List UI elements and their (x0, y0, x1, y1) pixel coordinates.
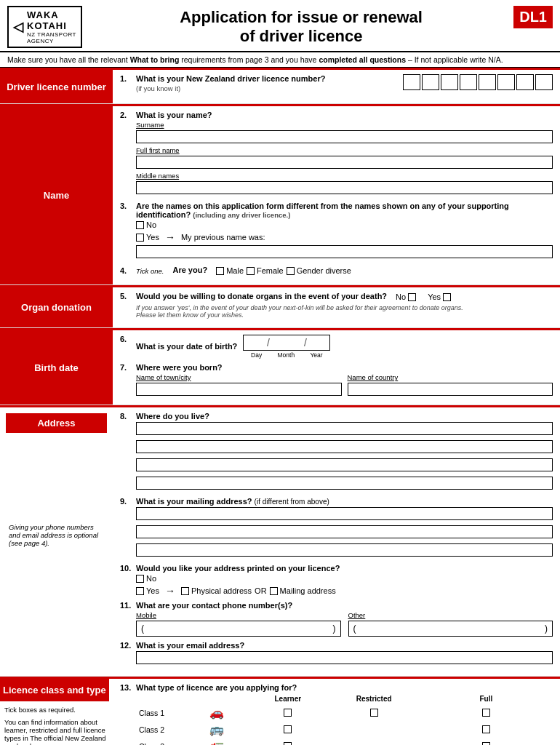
class1-icon: 🚗 (207, 704, 247, 721)
licence-box-6[interactable] (497, 74, 515, 90)
name-label: Name (0, 106, 113, 284)
q5-yesno: No Yes (396, 292, 451, 301)
licence-class-content: 13. What type of licence are you applyin… (113, 679, 560, 745)
logo-box: ◁ WAKA KOTAHI NZ TRANSPORT AGENCY (7, 6, 82, 48)
q4-gender-diverse-checkbox[interactable] (287, 267, 295, 275)
class2-full-checkbox[interactable] (482, 725, 490, 733)
address-lines-q8 (136, 422, 553, 493)
licence-box-7[interactable] (516, 74, 534, 90)
q10-yes-checkbox[interactable] (136, 587, 144, 595)
previous-name-input[interactable] (136, 245, 553, 258)
licence-box-1[interactable] (403, 74, 420, 90)
q3-num: 3. (120, 202, 133, 210)
q9-body: What is your mailing address? (if differ… (136, 497, 553, 559)
q4-female-option: Female (247, 266, 284, 275)
q8-label: Where do you live? (136, 412, 553, 421)
q3-no-checkbox[interactable] (136, 221, 144, 229)
class1-restricted-checkbox[interactable] (370, 709, 378, 717)
class1-restricted-cell (329, 704, 420, 721)
address-line2-input[interactable] (136, 440, 553, 453)
q5-yes-checkbox[interactable] (443, 293, 451, 301)
country-col: Name of country (348, 373, 553, 396)
q5-no-checkbox[interactable] (408, 293, 416, 301)
q11-body: What are your contact phone number(s)? M… (136, 601, 553, 637)
q4-male-checkbox[interactable] (216, 267, 224, 275)
q10-mailing-option: Mailing address (270, 586, 336, 595)
licence-box-5[interactable] (479, 74, 496, 90)
class3-learner-cell (247, 738, 328, 745)
q1-label: What is your New Zealand driver licence … (136, 74, 325, 83)
country-field-label: Name of country (348, 373, 553, 381)
class2-learner-cell (247, 721, 328, 738)
firstname-input[interactable] (136, 156, 553, 169)
mobile-label: Mobile (136, 611, 341, 619)
other-input[interactable]: ( ) (348, 621, 553, 637)
q9-label: What is your mailing address? (if differ… (136, 497, 553, 506)
licence-number-boxes (403, 74, 553, 90)
town-input[interactable] (136, 383, 342, 396)
mobile-input[interactable]: ( ) (136, 621, 341, 637)
date-input-box[interactable]: / / (243, 335, 330, 351)
driver-licence-section: Driver licence number 1. What is your Ne… (0, 70, 560, 104)
date-separator-2: / (304, 337, 307, 348)
licence-box-2[interactable] (422, 74, 439, 90)
q10-no-checkbox[interactable] (136, 575, 144, 583)
other-label: Other (348, 611, 553, 619)
licence-box-8[interactable] (535, 74, 553, 90)
organ-donation-section: Organ donation 5. Would you be willing t… (0, 287, 560, 328)
question-11: 11. What are your contact phone number(s… (120, 601, 553, 637)
mailing-line3-input[interactable] (136, 543, 553, 557)
q5-no-text-label: No (396, 292, 406, 301)
class1-learner-checkbox[interactable] (284, 709, 292, 717)
other-field-group: Other ( ) (348, 611, 553, 637)
header: ◁ WAKA KOTAHI NZ TRANSPORT AGENCY Applic… (0, 0, 560, 68)
licence-box-3[interactable] (441, 74, 458, 90)
q10-or-label: OR (255, 586, 267, 595)
q10-physical-checkbox[interactable] (181, 587, 189, 595)
q4-gender-diverse-label: Gender diverse (297, 266, 351, 275)
class1-full-checkbox[interactable] (482, 709, 490, 717)
q5-yes-option: Yes (428, 292, 451, 301)
q4-body: Tick one. Are you? Male Female Gende (136, 266, 553, 276)
day-label: Day (251, 351, 262, 359)
class2-name: Class 2 (136, 721, 207, 738)
middlename-input[interactable] (136, 181, 553, 194)
mobile-field-group: Mobile ( ) (136, 611, 341, 637)
q3-yes-checkbox[interactable] (136, 234, 144, 242)
address-line1-input[interactable] (136, 422, 553, 435)
table-row: Class 2 🚌 (136, 721, 553, 738)
table-row: Class 3 🚛 (136, 738, 553, 745)
licence-class-side: Licence class and type Tick boxes as req… (0, 679, 113, 745)
class2-learner-checkbox[interactable] (284, 725, 292, 733)
address-line3-input[interactable] (136, 458, 553, 471)
logo-sub: NZ TRANSPORT AGENCY (27, 31, 76, 44)
q10-mailing-checkbox[interactable] (270, 587, 278, 595)
address-red-label: Address (6, 413, 107, 433)
logo-arrow-icon: ◁ (13, 19, 23, 35)
mobile-paren-close: ) (333, 624, 336, 634)
question-13: 13. What type of licence are you applyin… (120, 683, 553, 745)
country-input[interactable] (348, 383, 553, 396)
address-line4-input[interactable] (136, 477, 553, 490)
q10-mailing-label: Mailing address (280, 586, 336, 595)
question-4: 4. Tick one. Are you? Male Female (120, 266, 553, 276)
mailing-line2-input[interactable] (136, 525, 553, 538)
licence-box-4[interactable] (460, 74, 477, 90)
q5-note: If you answer 'yes', in the event of you… (136, 304, 553, 319)
class3-name: Class 3 (136, 738, 207, 745)
class3-restricted-cell (329, 738, 420, 745)
year-label: Year (310, 351, 322, 359)
mailing-line1-input[interactable] (136, 507, 553, 520)
q6-body: What is your date of birth? / / Day Mont… (136, 335, 553, 359)
question-12: 12. What is your email address? (120, 641, 553, 667)
q4-female-checkbox[interactable] (247, 267, 255, 275)
organ-donation-content: 5. Would you be willing to donate organs… (113, 287, 560, 327)
class3-full-checkbox[interactable] (482, 742, 490, 745)
surname-input[interactable] (136, 130, 553, 143)
class3-learner-checkbox[interactable] (284, 742, 292, 745)
licence-class-red-label: Licence class and type (0, 679, 109, 701)
logo-kotahi: KOTAHI (27, 20, 76, 31)
logo-area: ◁ WAKA KOTAHI NZ TRANSPORT AGENCY (7, 6, 95, 48)
email-input[interactable] (136, 651, 553, 664)
q13-label: What type of licence are you applying fo… (136, 683, 553, 692)
